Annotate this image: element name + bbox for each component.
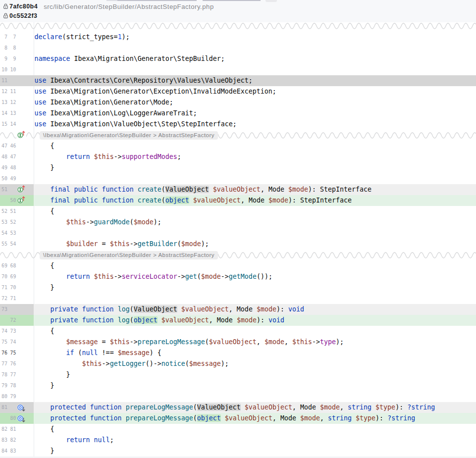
code-line[interactable]: use Ibexa\Migration\ValueObject\Step\Ste… [34,119,476,130]
line-number-new: 71 [10,293,16,304]
implements-icon [16,195,26,206]
line-number-old: 75 [1,337,7,348]
code-line[interactable]: $this->getLogger()->notice($message); [34,358,476,369]
code-line[interactable] [34,228,476,239]
gutter: 51 [0,184,34,195]
gutter: 81 [0,402,34,413]
line-number-new: 10 [10,64,16,75]
line-number-new: 83 [10,446,16,457]
line-number-old: 14 [1,108,7,119]
breadcrumb[interactable]: \Ibexa\Migration\Generator\StepBuilder >… [40,251,218,259]
gutter: 7170 [0,282,34,293]
line-number-new: 49 [10,173,16,184]
gutter: 4847 [0,152,34,162]
gutter: 6968 [0,260,34,271]
diff-row: 7069 return $this->serviceLocator->get($… [0,271,476,282]
code-line[interactable] [34,173,476,184]
line-number-old: 74 [1,326,7,337]
folded-region-separator-top[interactable] [0,23,476,29]
code-line[interactable]: $message = $this->prepareLogMessage($val… [34,337,476,348]
line-number-new: 69 [10,271,16,282]
gutter: 8079 [0,391,34,402]
code-line[interactable]: } [34,162,476,173]
overridden-icon [16,402,26,413]
code-line[interactable] [34,64,476,75]
diff-row: 81 protected function prepareLogMessage(… [0,402,476,413]
code-line[interactable] [34,391,476,402]
line-number-old: 77 [1,358,7,369]
code-line[interactable]: private function log(ValueObject $valueO… [34,304,476,315]
popup-remnant-bar-left [117,0,197,1]
code-line[interactable]: declare(strict_types=1); [34,32,476,43]
code-line[interactable]: return $this->serviceLocator->get($mode-… [34,271,476,282]
gutter: 80 [0,413,34,424]
gutter: 4948 [0,162,34,173]
diff-row: 1010 [0,64,476,75]
line-number-old: 7 [4,32,7,43]
code-line[interactable]: } [34,446,476,457]
folded-region-separator[interactable]: \Ibexa\Migration\Generator\StepBuilder >… [0,130,476,141]
code-line[interactable]: } [34,380,476,391]
diff-row: 7978 } [0,380,476,391]
code-line[interactable]: $builder = $this->getBuilder($mode); [34,239,476,250]
code-line[interactable]: namespace Ibexa\Migration\Generator\Step… [34,53,476,64]
line-number-old: 80 [1,391,7,402]
code-line[interactable]: { [34,260,476,271]
diff-row: 1514use Ibexa\Migration\ValueObject\Step… [0,119,476,130]
lock-icon [3,11,8,21]
diff-row: 72 private function log(object $valueObj… [0,315,476,326]
gutter-icon-implements[interactable] [16,130,26,141]
gutter: 5554 [0,239,34,250]
diff-header: 7afc80b4 src/lib/Generator/StepBuilder/A… [0,0,476,22]
gutter-icon-implements[interactable] [16,195,26,206]
code-line[interactable]: private function log(object $valueObject… [34,315,476,326]
lock-icon [3,3,8,9]
code-line[interactable]: final public function create(ValueObject… [34,184,476,195]
gutter: 7574 [0,337,34,348]
implements-icon [16,184,26,195]
line-number-old: 8 [4,43,7,53]
code-line[interactable] [34,293,476,304]
line-number-old: 55 [1,239,7,250]
gutter: 1312 [0,97,34,108]
folded-region-separator[interactable]: \Ibexa\Migration\Generator\StepBuilder >… [0,250,476,260]
line-number-old: 84 [1,446,7,457]
implements-icon [16,130,26,141]
code-line[interactable]: use Ibexa\Migration\Generator\Exception\… [34,86,476,97]
code-line[interactable]: { [34,326,476,337]
diff-row: 4847 return $this->supportedModes; [0,152,476,162]
revision-hash-2: 0c5522f3 [9,12,37,19]
gutter: 7776 [0,358,34,369]
gutter: 5049 [0,173,34,184]
gutter-icon-overridden[interactable] [16,402,26,413]
code-line[interactable]: { [34,206,476,217]
gutter-icon-overridden[interactable] [16,413,26,424]
code-line[interactable]: protected function prepareLogMessage(Val… [34,402,476,413]
code-line[interactable]: { [34,141,476,152]
code-line[interactable]: } [34,282,476,293]
line-number-old: 73 [1,304,7,315]
diff-row: 7675 if (null !== $message) { [0,348,476,358]
diff-row: 6968 { [0,260,476,271]
code-line[interactable]: { [34,424,476,435]
code-line[interactable]: if (null !== $message) { [34,348,476,358]
code-line[interactable]: use Ibexa\Migration\Generator\Mode; [34,97,476,108]
code-line[interactable]: protected function prepareLogMessage(obj… [34,413,476,424]
code-line[interactable]: use Ibexa\Contracts\Core\Repository\Valu… [34,75,476,86]
code-line[interactable]: final public function create(object $val… [34,195,476,206]
code-line[interactable]: use Ibexa\Migration\Log\LoggerAwareTrait… [34,108,476,119]
diff-row: 8281 { [0,424,476,435]
gutter-icon-implements[interactable] [16,184,26,195]
breadcrumb[interactable]: \Ibexa\Migration\Generator\StepBuilder >… [40,131,218,140]
code-line[interactable]: $this->guardMode($mode); [34,217,476,228]
code-line[interactable]: return $this->supportedModes; [34,152,476,162]
line-number-new: 48 [10,162,16,173]
revision-row-1: 7afc80b4 src/lib/Generator/StepBuilder/A… [3,2,214,11]
code-line[interactable]: return null; [34,435,476,446]
diff-row: 5251 { [0,206,476,217]
gutter: 8483 [0,446,34,457]
line-number-new: 82 [10,435,16,446]
code-line[interactable]: } [34,369,476,380]
code-line[interactable] [34,43,476,53]
line-number-new: 50 [10,195,16,206]
